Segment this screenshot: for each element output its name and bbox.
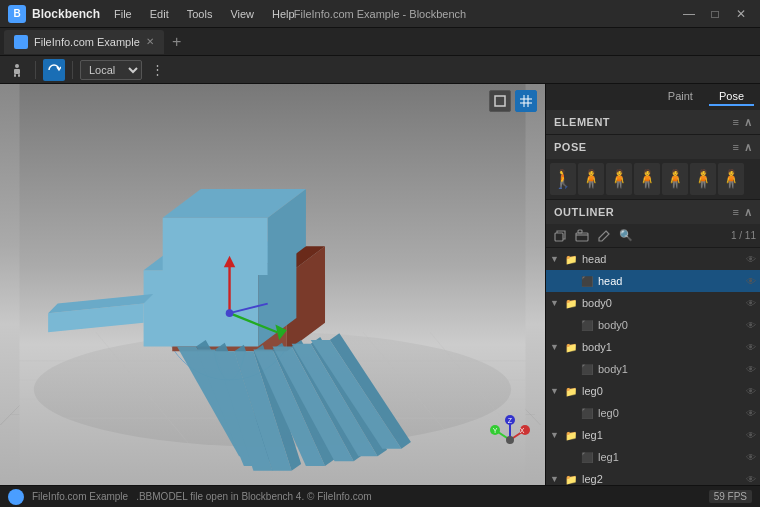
pose-2[interactable]: 🧍: [578, 163, 604, 195]
app-logo: B: [8, 5, 26, 23]
visibility-icon[interactable]: 👁: [740, 320, 756, 331]
minimize-button[interactable]: —: [678, 5, 700, 23]
visibility-icon[interactable]: 👁: [740, 342, 756, 353]
pose-3[interactable]: 🧍: [606, 163, 632, 195]
outliner-toolbar: 🔍 1 / 11: [546, 224, 760, 248]
element-menu-icon[interactable]: ≡: [733, 116, 740, 128]
mesh-name: leg1: [598, 451, 740, 463]
visibility-icon[interactable]: 👁: [740, 386, 756, 397]
outliner-search-icon[interactable]: 🔍: [616, 226, 636, 246]
outliner-list[interactable]: ▼ 📁 head 👁 ⬛ head 👁 ▼ 📁 body0: [546, 248, 760, 485]
tab-pose[interactable]: Pose: [709, 88, 754, 106]
svg-rect-52: [495, 96, 505, 106]
mesh-name: body1: [598, 363, 740, 375]
model-3d: [0, 84, 545, 485]
toggle-icon[interactable]: ▼: [550, 386, 562, 396]
element-collapse-icon[interactable]: ∧: [744, 116, 753, 129]
outliner-item-body0[interactable]: ⬛ body0 👁: [546, 314, 760, 336]
settings-icon[interactable]: ⋮: [146, 59, 168, 81]
outliner-collapse-icon[interactable]: ∧: [744, 206, 753, 219]
tab-close-button[interactable]: ✕: [146, 36, 154, 47]
outliner-group-icon[interactable]: [572, 226, 592, 246]
viewport[interactable]: X Y Z: [0, 84, 545, 485]
pose-6[interactable]: 🧍: [690, 163, 716, 195]
visibility-icon[interactable]: 👁: [740, 430, 756, 441]
outliner-group-body0[interactable]: ▼ 📁 body0 👁: [546, 292, 760, 314]
outliner-item-leg0[interactable]: ⬛ leg0 👁: [546, 402, 760, 424]
pose-collapse-icon[interactable]: ∧: [744, 141, 753, 154]
visibility-icon[interactable]: 👁: [740, 364, 756, 375]
pose-5[interactable]: 🧍: [662, 163, 688, 195]
rotate-icon[interactable]: [43, 59, 65, 81]
outliner-group-head[interactable]: ▼ 📁 head 👁: [546, 248, 760, 270]
mesh-name: leg0: [598, 407, 740, 419]
mesh-icon: ⬛: [580, 274, 594, 288]
outliner-group-leg1[interactable]: ▼ 📁 leg1 👁: [546, 424, 760, 446]
close-button[interactable]: ✕: [730, 5, 752, 23]
visibility-icon[interactable]: 👁: [740, 276, 756, 287]
toolbar-separator-1: [35, 61, 36, 79]
outliner-group-leg2[interactable]: ▼ 📁 leg2 👁: [546, 468, 760, 485]
toolbar-separator-2: [72, 61, 73, 79]
folder-icon: 📁: [564, 428, 578, 442]
toggle-icon[interactable]: ▼: [550, 254, 562, 264]
toggle-icon[interactable]: ▼: [550, 474, 562, 484]
pose-4[interactable]: 🧍: [634, 163, 660, 195]
outliner-menu-icon[interactable]: ≡: [733, 206, 740, 218]
outliner-title: OUTLINER: [554, 206, 614, 218]
maximize-button[interactable]: □: [704, 5, 726, 23]
outliner-item-leg1[interactable]: ⬛ leg1 👁: [546, 446, 760, 468]
outliner-item-body1[interactable]: ⬛ body1 👁: [546, 358, 760, 380]
tab-fileinfo[interactable]: FileInfo.com Example ✕: [4, 30, 164, 54]
outliner-group-body1[interactable]: ▼ 📁 body1 👁: [546, 336, 760, 358]
pose-7[interactable]: 🧍: [718, 163, 744, 195]
visibility-icon[interactable]: 👁: [740, 452, 756, 463]
new-tab-button[interactable]: +: [166, 31, 188, 53]
app-name: Blockbench: [32, 7, 100, 21]
pose-grid: 🚶 🧍 🧍 🧍 🧍 🧍 🧍: [546, 159, 760, 199]
toggle-icon[interactable]: ▼: [550, 342, 562, 352]
svg-marker-22: [144, 270, 259, 346]
group-name: leg2: [582, 473, 740, 485]
svg-rect-2: [14, 74, 16, 77]
outliner-section: OUTLINER ≡ ∧: [546, 200, 760, 485]
outliner-group-leg0[interactable]: ▼ 📁 leg0 👁: [546, 380, 760, 402]
toggle-icon[interactable]: ▼: [550, 430, 562, 440]
menu-tools[interactable]: Tools: [179, 6, 221, 22]
mode-select[interactable]: Local Global: [80, 60, 142, 80]
outliner-item-head[interactable]: ⬛ head 👁: [546, 270, 760, 292]
mesh-icon: ⬛: [580, 450, 594, 464]
pose-section: POSE ≡ ∧ 🚶 🧍 🧍 🧍 🧍 🧍 🧍: [546, 135, 760, 200]
svg-marker-25: [163, 218, 268, 275]
statusbar-message: .BBMODEL file open in Blockbench 4. © Fi…: [136, 491, 371, 502]
visibility-icon[interactable]: 👁: [740, 298, 756, 309]
toggle-icon[interactable]: ▼: [550, 298, 562, 308]
viewport-grid-icon[interactable]: [515, 90, 537, 112]
pose-header: POSE ≡ ∧: [546, 135, 760, 159]
outliner-edit-icon[interactable]: [594, 226, 614, 246]
folder-icon: 📁: [564, 384, 578, 398]
svg-rect-69: [576, 233, 588, 241]
menu-file[interactable]: File: [106, 6, 140, 22]
folder-icon: 📁: [564, 252, 578, 266]
svg-text:Y: Y: [493, 427, 498, 434]
pose-menu-icon[interactable]: ≡: [733, 141, 740, 153]
statusbar-filename: FileInfo.com Example: [32, 491, 128, 502]
outliner-count: 1 / 11: [731, 230, 756, 241]
visibility-icon[interactable]: 👁: [740, 254, 756, 265]
viewport-icons: [489, 90, 537, 112]
pose-header-controls: ≡ ∧: [733, 141, 752, 154]
menu-view[interactable]: View: [222, 6, 262, 22]
outliner-header: OUTLINER ≡ ∧: [546, 200, 760, 224]
person-icon[interactable]: [6, 59, 28, 81]
outliner-header-controls: ≡ ∧: [733, 206, 752, 219]
visibility-icon[interactable]: 👁: [740, 408, 756, 419]
menu-edit[interactable]: Edit: [142, 6, 177, 22]
tab-paint[interactable]: Paint: [658, 88, 703, 106]
mesh-icon: ⬛: [580, 362, 594, 376]
element-section: ELEMENT ≡ ∧: [546, 110, 760, 135]
pose-1[interactable]: 🚶: [550, 163, 576, 195]
outliner-cube-icon[interactable]: [550, 226, 570, 246]
visibility-icon[interactable]: 👁: [740, 474, 756, 485]
viewport-mode-icon[interactable]: [489, 90, 511, 112]
